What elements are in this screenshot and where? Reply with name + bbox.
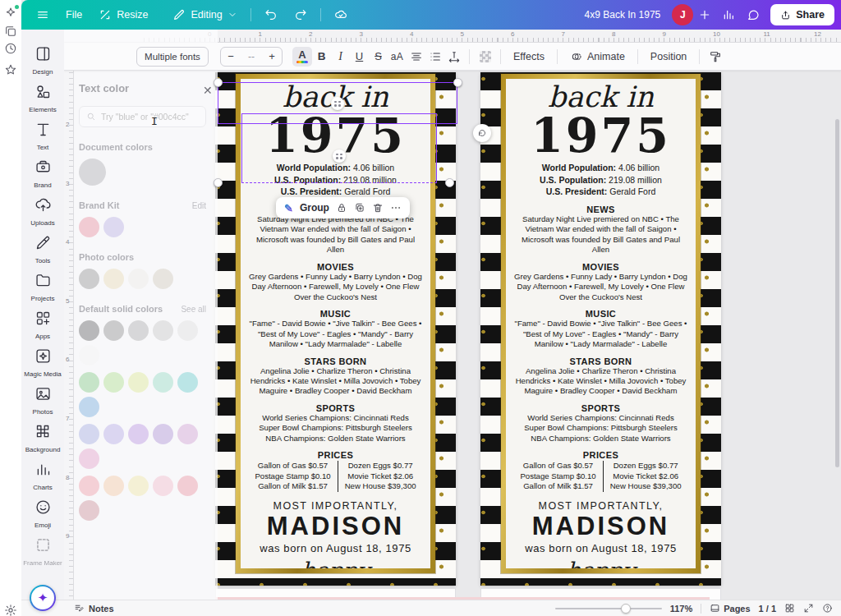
color-swatch[interactable] [153, 320, 173, 341]
color-swatch[interactable] [103, 372, 124, 393]
poster-year-text[interactable]: 1975 [512, 113, 689, 158]
zoom-slider-thumb[interactable] [621, 604, 631, 614]
sidebar-item-design[interactable]: Design [21, 41, 64, 79]
rotate-handle[interactable] [473, 124, 491, 142]
color-swatch[interactable] [79, 159, 106, 186]
sidebar-item-frame-maker[interactable]: Frame Maker [21, 532, 64, 570]
file-menu-button[interactable]: File [57, 3, 90, 26]
color-swatch[interactable] [128, 476, 149, 496]
zoom-slider[interactable] [555, 608, 662, 609]
bold-button[interactable]: B [312, 46, 331, 67]
settings-gear-icon[interactable] [4, 604, 17, 616]
sidebar-item-magic-media[interactable]: Magic Media [21, 343, 64, 381]
color-swatch[interactable] [177, 320, 198, 341]
sidebar-item-elements[interactable]: Elements [21, 79, 64, 117]
lock-button[interactable] [336, 202, 347, 214]
underline-button[interactable]: U [350, 46, 369, 67]
drag-handle[interactable] [331, 97, 344, 110]
color-search-input[interactable] [101, 112, 191, 122]
help-button[interactable] [822, 603, 833, 614]
color-swatch[interactable] [177, 476, 198, 496]
copy-page-icon[interactable] [4, 25, 17, 38]
comments-button[interactable] [741, 3, 765, 26]
color-swatch[interactable] [128, 320, 149, 341]
fullscreen-button[interactable] [803, 603, 814, 614]
color-swatch[interactable] [79, 476, 99, 496]
sidebar-item-background[interactable]: Background [21, 419, 64, 457]
see-all-link[interactable]: See all [181, 305, 206, 314]
color-swatch[interactable] [103, 476, 124, 496]
color-swatch[interactable] [103, 217, 124, 237]
duplicate-button[interactable] [354, 202, 365, 214]
poster-most-importantly[interactable]: MOST IMPORTANTLY, [247, 500, 424, 512]
transparency-button[interactable] [476, 46, 494, 67]
color-swatch[interactable] [79, 217, 99, 237]
alignment-button[interactable] [407, 46, 425, 67]
poster-name[interactable]: MADISON [512, 513, 689, 540]
editing-mode-button[interactable]: Editing [164, 3, 245, 26]
notes-button[interactable]: Notes [74, 603, 114, 614]
poster-sections[interactable]: NEWSSaturday Night Live premiered on NBC… [512, 205, 689, 444]
zoom-level[interactable]: 117% [670, 604, 693, 614]
poster-prices[interactable]: PRICES Gallon of Gas $0.57Postage Stamp … [247, 450, 424, 491]
sidebar-item-tools[interactable]: Tools [21, 230, 64, 268]
sidebar-item-brand[interactable]: Brand [21, 154, 64, 192]
selection-box-1975[interactable] [241, 113, 437, 183]
color-swatch[interactable] [153, 269, 173, 289]
poster-happy-birthday[interactable]: happy birthday! [512, 558, 689, 568]
poster-happy-birthday[interactable]: happy birthday! [247, 558, 424, 568]
font-family-select[interactable]: Multiple fonts [136, 47, 209, 67]
color-swatch[interactable] [103, 320, 124, 341]
color-swatch[interactable] [79, 345, 99, 365]
poster-section-news[interactable]: NEWSSaturday Night Live premiered on NBC… [512, 205, 689, 255]
sidebar-item-text[interactable]: Text [21, 117, 64, 154]
animate-button[interactable]: Animate [563, 46, 632, 67]
color-swatch[interactable] [153, 372, 173, 393]
effects-button[interactable]: Effects [507, 46, 551, 67]
position-button[interactable]: Position [644, 46, 693, 67]
resize-button[interactable]: Resize [90, 3, 156, 26]
sidebar-item-charts[interactable]: Charts [21, 457, 64, 494]
color-swatch[interactable] [79, 397, 99, 417]
color-swatch[interactable] [79, 448, 99, 469]
text-case-button[interactable]: aA [388, 46, 407, 67]
color-swatch[interactable] [79, 269, 99, 289]
sidebar-item-projects[interactable]: Projects [21, 268, 64, 306]
insights-button[interactable] [716, 3, 741, 26]
redo-button[interactable] [286, 3, 315, 26]
text-color-button[interactable]: A [292, 47, 312, 67]
sidebar-item-photos[interactable]: Photos [21, 381, 64, 419]
poster-section-sports[interactable]: SPORTSWorld Series Champions: Cincinnati… [512, 403, 689, 444]
list-button[interactable] [425, 46, 444, 67]
poster-section-music[interactable]: MUSIC"Fame" - David Bowie • "Jive Talkin… [512, 309, 689, 349]
star-icon[interactable] [4, 63, 17, 76]
cloud-save-button[interactable] [326, 3, 356, 26]
vertical-scrollbar[interactable] [835, 119, 839, 467]
poster-section-movies[interactable]: MOVIESGrey Gardens • Funny Lady • Barry … [512, 262, 689, 302]
poster-section-sports[interactable]: SPORTSWorld Series Champions: Cincinnati… [247, 403, 424, 444]
sidebar-item-apps[interactable]: Apps [21, 306, 64, 343]
selection-handle[interactable] [214, 78, 223, 87]
italic-button[interactable]: I [331, 46, 350, 67]
poster-section-music[interactable]: MUSIC"Fame" - David Bowie • "Jive Talkin… [247, 309, 424, 349]
history-clock-icon[interactable] [4, 42, 17, 55]
poster-sections[interactable]: NEWSSaturday Night Live premiered on NBC… [247, 205, 424, 444]
letter-spacing-button[interactable] [444, 46, 463, 67]
color-swatch[interactable] [79, 500, 99, 521]
delete-button[interactable] [372, 202, 384, 214]
color-swatch[interactable] [128, 269, 149, 289]
font-size-decrease-button[interactable]: − [221, 48, 241, 66]
grid-view-button[interactable] [784, 603, 795, 614]
selection-handle[interactable] [214, 178, 223, 187]
design-canvas[interactable]: 0123456789101112 23456789 back in 1975 W… [64, 30, 841, 600]
color-swatch[interactable] [79, 320, 99, 341]
panel-close-icon[interactable]: ✕ [203, 84, 213, 97]
color-swatch[interactable] [128, 372, 149, 393]
color-search-box[interactable] [79, 106, 206, 127]
selection-handle[interactable] [445, 178, 454, 187]
brand-kit-edit-link[interactable]: Edit [192, 201, 206, 210]
poster-born-line[interactable]: was born on August 18, 1975 [512, 542, 689, 554]
main-menu-button[interactable] [28, 3, 57, 26]
color-swatch[interactable] [79, 424, 99, 444]
copy-style-button[interactable] [705, 46, 724, 67]
